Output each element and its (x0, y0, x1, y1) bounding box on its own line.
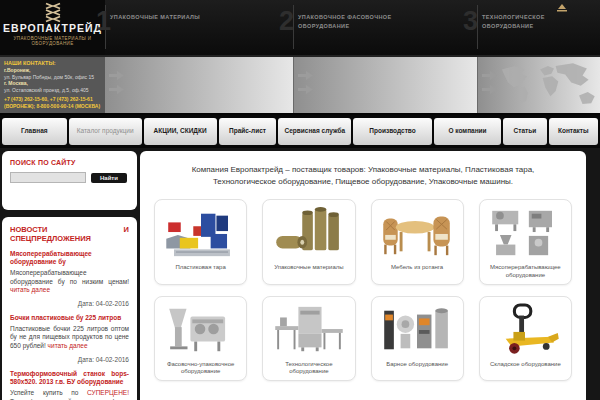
sidebar: ПОИСК ПО САЙТУ Найти НОВОСТИ И СПЕЦПРЕДЛ… (2, 151, 137, 400)
product-label: Упаковочные материалы (274, 264, 343, 272)
logo-title: ЕВРОПАКТРЕЙД (0, 23, 105, 35)
world-map-icon (495, 60, 599, 110)
contacts-heading: НАШИ КОНТАКТЫ: (4, 60, 101, 66)
search-panel: ПОИСК ПО САЙТУ Найти (2, 151, 137, 210)
double-arrow-icon (109, 71, 125, 95)
product-grid: Пластиковая тара (148, 199, 578, 381)
product-label: Мясоперерабатывающее оборудование (483, 264, 568, 280)
news-heading: НОВОСТИ И (10, 225, 129, 234)
news-heading-word2: И (124, 225, 129, 234)
logo-subtitle: УПАКОВОЧНЫЕ МАТЕРИАЛЫ И ОБОРУДОВАНИЕ (0, 36, 105, 46)
product-card-bar-equipment[interactable]: Барное оборудование (371, 296, 464, 382)
news-item-highlight: СУПЕРЦЕНЕ! (87, 389, 129, 396)
main-panel: Компания Европактрейд – поставщик товаро… (140, 151, 586, 400)
nav-production[interactable]: Производство (353, 118, 431, 145)
bar-equipment-image-icon (380, 302, 454, 358)
nav-contacts[interactable]: Контакты (549, 118, 599, 145)
search-input[interactable] (10, 172, 86, 183)
product-label: Технологическое оборудование (266, 361, 351, 377)
read-more-link[interactable]: читать далее (48, 342, 88, 349)
news-heading-word1: НОВОСТИ (10, 225, 48, 234)
news-item-title[interactable]: Мясоперерабатывающее оборудование бу (10, 250, 129, 267)
nav-home[interactable]: Главная (2, 118, 67, 145)
news-item-date: Дата: 04-02-2016 (10, 300, 129, 307)
product-card-film-rolls[interactable]: Упаковочные материалы (262, 199, 355, 285)
contact-phones: +7 (473) 262-15-60, +7 (473) 262-15-61 (… (4, 96, 101, 109)
header-section-number-3: 3 (463, 8, 478, 35)
nav-articles[interactable]: Статьи (503, 118, 546, 145)
header-section-label-3: ТЕХНОЛОГИЧЕСКОЕ ОБОРУДОВАНИЕ (482, 13, 567, 31)
band-section-2 (293, 57, 477, 113)
packing-equipment-image-icon (164, 302, 238, 358)
read-more-link[interactable]: читать далее (10, 286, 50, 293)
pallet-jack-image-icon (488, 302, 562, 358)
product-label: Пластиковая тара (175, 264, 225, 272)
news-item-title[interactable]: Бочки пластиковые бу 225 литров (10, 314, 129, 322)
product-card-rattan-furniture[interactable]: Мебель из ротанга (371, 199, 464, 285)
news-item-date: Дата: 04-02-2016 (10, 356, 129, 363)
header-section-label-2: УПАКОВОЧНОЕ ФАСОВОЧНОЕ ОБОРУДОВАНИЕ (298, 13, 393, 31)
news-panel: НОВОСТИ И СПЕЦПРЕДЛОЖЕНИЯ Мясоперерабаты… (2, 217, 137, 400)
news-item-text: Успейте купить по (10, 389, 87, 396)
search-title: ПОИСК ПО САЙТУ (10, 159, 129, 166)
logo-emblem-icon (42, 2, 64, 23)
header-section-label-1: УПАКОВОЧНЫЕ МАТЕРИАЛЫ (110, 13, 260, 22)
header-section-number-1: 1 (96, 8, 111, 35)
news-item-body: Успейте купить по СУПЕРЦЕНЕ! Термоформов… (10, 389, 129, 400)
news-item-body: Мясоперерабатывающее оборудование бу по … (10, 269, 129, 295)
news-item-title[interactable]: Термоформовочный станок bops-580х520. 20… (10, 370, 129, 387)
product-card-pallet-jack[interactable]: Складское оборудование (479, 296, 572, 382)
rattan-furniture-image-icon (380, 205, 454, 261)
double-arrow-icon (298, 71, 314, 95)
main-nav: Главная Каталог продукции АКЦИИ, СКИДКИ … (0, 115, 600, 148)
contact-address-moscow: ул. Остаповский проезд, д.5, оф.405 (4, 87, 101, 94)
product-label: Барное оборудование (386, 361, 448, 369)
page: ЕВРОПАКТРЕЙД УПАКОВОЧНЫЕ МАТЕРИАЛЫ И ОБО… (0, 0, 600, 400)
news-heading-line2: СПЕЦПРЕДЛОЖЕНИЯ (10, 234, 129, 243)
nav-promotions[interactable]: АКЦИИ, СКИДКИ (144, 118, 217, 145)
band-section-3 (477, 57, 600, 113)
header-section-number-2: 2 (279, 8, 294, 35)
film-rolls-image-icon (272, 205, 346, 261)
nav-pricelist[interactable]: Прайс-лист (219, 118, 277, 145)
plastic-containers-image-icon (164, 205, 238, 261)
content: ПОИСК ПО САЙТУ Найти НОВОСТИ И СПЕЦПРЕДЛ… (0, 148, 600, 400)
product-card-tech-equipment[interactable]: Технологическое оборудование (262, 296, 355, 382)
product-card-meat-equipment[interactable]: Мясоперерабатывающее оборудование (479, 199, 572, 285)
tech-equipment-image-icon (272, 302, 346, 358)
nav-about[interactable]: О компании (434, 118, 501, 145)
product-card-plastic-containers[interactable]: Пластиковая тара (154, 199, 247, 285)
news-item-text: Мясоперерабатывающее оборудование бу по … (10, 269, 129, 285)
nav-catalog[interactable]: Каталог продукции (69, 118, 142, 145)
news-item-body: Пластиковые бочки 225 литров оптом бу не… (10, 325, 129, 351)
meat-equipment-image-icon (488, 205, 562, 261)
product-label: Фасовочно-упаковочное оборудование (158, 361, 243, 377)
band-section-1 (105, 57, 293, 113)
product-label: Мебель из ротанга (391, 264, 443, 272)
site-logo[interactable]: ЕВРОПАКТРЕЙД УПАКОВОЧНЫЕ МАТЕРИАЛЫ И ОБО… (0, 0, 105, 55)
header: ЕВРОПАКТРЕЙД УПАКОВОЧНЫЕ МАТЕРИАЛЫ И ОБО… (0, 0, 600, 55)
nav-service[interactable]: Сервисная служба (278, 118, 351, 145)
search-button[interactable]: Найти (91, 173, 127, 183)
contacts-block: НАШИ КОНТАКТЫ: г.Воронеж, ул. Бульвар По… (0, 57, 105, 113)
header-band: НАШИ КОНТАКТЫ: г.Воронеж, ул. Бульвар По… (0, 55, 600, 115)
header-mini-logo-icon (556, 4, 568, 12)
product-label: Складское оборудование (490, 361, 561, 369)
product-card-packing-equipment[interactable]: Фасовочно-упаковочное оборудование (154, 296, 247, 382)
intro-text: Компания Европактрейд – поставщик товаро… (162, 164, 564, 188)
